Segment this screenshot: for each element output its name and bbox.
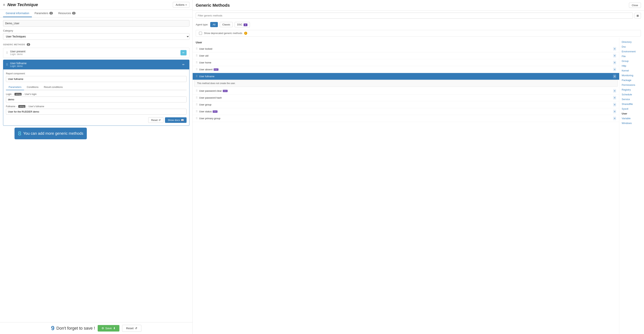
doc-icon: ≡	[613, 47, 616, 51]
method-item-label: User group	[199, 103, 612, 106]
agent-btn-all[interactable]: All	[210, 22, 218, 27]
dsc-windows-icon: ⊞	[244, 24, 248, 26]
method-name-user-present: User present	[10, 50, 178, 53]
doc-icon: ≡	[613, 96, 616, 100]
tab-general[interactable]: General information	[3, 10, 32, 17]
doc-icon: ≡	[613, 54, 616, 58]
agent-type-label: Agent type:	[196, 23, 208, 26]
hint-text-8: You can add more generic methods	[23, 131, 83, 136]
inner-tab-result-conditions[interactable]: Result conditions	[41, 84, 66, 90]
drag-icon: ⠿	[196, 117, 198, 120]
drag-icon: ⠿	[196, 54, 198, 57]
filter-input[interactable]	[196, 13, 633, 19]
list-item[interactable]: ⠿ User home ≡	[193, 59, 619, 66]
method-card-user-fullname: ⠿ User fullname Login: demo ✏ Report com…	[3, 60, 190, 126]
nav-item-registry[interactable]: Registry	[620, 87, 644, 92]
list-item[interactable]: ⠿ User fullname ≡	[193, 73, 619, 80]
dsc-badge: DSC	[214, 68, 218, 71]
hint-save: 9 Don't forget to save !	[51, 325, 95, 332]
param-fullname-label: Fullname - string - User's fullname	[6, 105, 186, 108]
param-fullname-tag: string	[18, 105, 25, 108]
filter-grid-icon: ⊞	[636, 14, 639, 17]
method-item-label: User status DSC	[199, 110, 612, 113]
main-content: Category User Techniques GENERIC METHODS…	[0, 17, 192, 322]
doc-icon: ≡	[613, 68, 616, 71]
parameters-badge: 0	[50, 12, 53, 15]
drag-icon: ⠿	[196, 61, 198, 64]
filter-icon-button[interactable]: ⊞	[634, 13, 641, 19]
doc-icon: ≡	[613, 61, 616, 64]
list-item[interactable]: ⠿ User locked ≡	[193, 46, 619, 52]
drag-handle-icon[interactable]: ⠿	[6, 51, 8, 55]
nav-item-user[interactable]: User	[620, 111, 644, 116]
hamburger-icon[interactable]: ≡	[3, 3, 5, 7]
drag-icon: ⠿	[196, 110, 198, 113]
list-item[interactable]: ⠿ User group ≡	[193, 101, 619, 108]
dsc-badge: DSC	[223, 90, 228, 92]
reset-bottom-icon: ↺	[135, 326, 137, 330]
nav-item-file[interactable]: File	[620, 54, 644, 59]
nav-item-group[interactable]: Group	[620, 59, 644, 63]
nav-item-windows[interactable]: Windows	[620, 121, 644, 125]
nav-item-permissions[interactable]: Permissions	[620, 83, 644, 87]
tab-parameters[interactable]: Parameters 0	[32, 10, 56, 17]
show-docs-button[interactable]: Show docs 📖	[165, 117, 186, 123]
bottom-bar: 9 Don't forget to save ! ⚙ Save ⬇ Reset …	[0, 322, 192, 334]
list-item[interactable]: ⠿ User password hash ≡	[193, 94, 619, 101]
category-select[interactable]: User Techniques	[3, 33, 190, 40]
edit-button-user-present[interactable]: ✏	[180, 50, 186, 55]
method-item-label: User uid	[199, 54, 612, 57]
drag-icon: ⠿	[196, 47, 198, 50]
nav-item-kernel[interactable]: Kernel	[620, 68, 644, 73]
resources-badge: 0	[72, 12, 76, 15]
method-info-user-present: User present Login: demo	[10, 50, 178, 56]
technique-name-input[interactable]	[3, 20, 190, 27]
agent-btn-classic[interactable]: Classic	[220, 22, 233, 27]
list-item[interactable]: ⠿ User absent DSC ≡	[193, 66, 619, 73]
method-card-header-user-present[interactable]: ⠿ User present Login: demo ✏	[3, 48, 189, 58]
nav-item-sharedfile[interactable]: Sharedfile	[620, 102, 644, 106]
list-item[interactable]: ⠿ User status DSC ≡	[193, 108, 619, 115]
nav-item-directory[interactable]: Directory	[620, 40, 644, 44]
list-item[interactable]: ⠿ User primary group ≡	[193, 115, 619, 122]
hint-callout-8: 8 You can add more generic methods	[14, 128, 87, 139]
left-panel: ≡ New Technique Actions ▾ General inform…	[0, 0, 193, 334]
inner-tab-parameters[interactable]: Parameters	[6, 84, 24, 90]
reset-bottom-button[interactable]: Reset ↺	[122, 325, 141, 332]
save-button[interactable]: ⚙ Save ⬇	[98, 325, 120, 331]
doc-icon: ≡	[613, 110, 616, 113]
agent-btn-dsc[interactable]: DSC ⊞	[235, 22, 250, 27]
generic-methods-label: GENERIC METHODS	[3, 43, 25, 46]
tab-resources[interactable]: Resources 0	[56, 10, 78, 17]
deprecated-checkbox[interactable]	[199, 32, 202, 35]
list-item[interactable]: ⠿ User uid ≡	[193, 52, 619, 59]
edit-button-user-fullname[interactable]: ✏	[180, 62, 186, 67]
drag-handle-icon-2[interactable]: ⠿	[6, 63, 8, 67]
inner-tab-conditions[interactable]: Conditions	[24, 84, 41, 90]
method-card-header-user-fullname[interactable]: ⠿ User fullname Login: demo ✏	[3, 60, 189, 69]
nav-item-service[interactable]: Service	[620, 97, 644, 102]
drag-icon: ⠿	[196, 103, 198, 106]
category-label: Category	[3, 29, 190, 32]
nav-item-dsc[interactable]: Dsc	[620, 44, 644, 49]
nav-item-http[interactable]: Http	[620, 63, 644, 68]
close-button[interactable]: Close	[629, 3, 641, 8]
actions-caret-icon: ▾	[186, 4, 186, 6]
nav-item-environment[interactable]: Environment	[620, 49, 644, 54]
nav-item-package[interactable]: Package	[620, 78, 644, 83]
reset-button[interactable]: Reset ↺	[148, 117, 164, 123]
nav-item-schedule[interactable]: Schedule	[620, 92, 644, 97]
param-fullname-input[interactable]	[6, 109, 186, 115]
hint-add-methods: 8 You can add more generic methods	[3, 128, 190, 137]
actions-button[interactable]: Actions ▾	[173, 2, 190, 8]
report-component-input[interactable]	[6, 76, 186, 82]
nav-item-monitoring[interactable]: Monitoring	[620, 73, 644, 78]
deprecated-row: Show deprecated generic methods i	[196, 30, 641, 37]
method-login-user-present: Login: demo	[10, 53, 178, 56]
nav-item-sysctl[interactable]: Sysctl	[620, 106, 644, 111]
param-login-row: Login - string - User's login	[6, 93, 186, 102]
doc-icon: ≡	[613, 89, 616, 93]
list-item[interactable]: ⠿ User password clear DSC ≡	[193, 88, 619, 94]
param-login-input[interactable]	[6, 96, 186, 102]
nav-item-variable[interactable]: Variable	[620, 116, 644, 121]
